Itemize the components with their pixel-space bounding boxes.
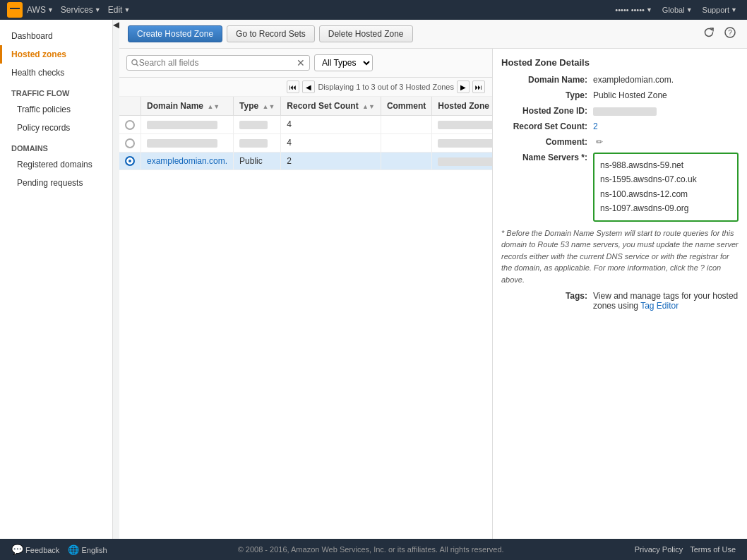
refresh-button[interactable] xyxy=(700,25,717,42)
language-selector[interactable]: 🌐 English xyxy=(68,544,107,555)
name-server-entry: ns-988.awsdns-59.net xyxy=(600,158,731,172)
table-panel: ✕ All Types Public Private ⏮ ◀ Displayin… xyxy=(119,49,493,539)
detail-hosted-zone-id-label: Hosted Zone ID: xyxy=(501,106,593,116)
svg-rect-0 xyxy=(10,8,20,9)
table-row[interactable]: exampledomian.com.Public2 xyxy=(119,152,493,170)
row-type: Public xyxy=(234,152,281,170)
pagination-last-button[interactable]: ⏭ xyxy=(472,81,485,93)
help-button[interactable]: ? xyxy=(722,25,739,42)
privacy-policy-link[interactable]: Privacy Policy xyxy=(635,545,683,554)
edit-label: Edit xyxy=(108,5,123,15)
table-header-hosted-zone-id[interactable]: Hosted Zone ID ▲▼ xyxy=(432,97,493,116)
type-filter-select[interactable]: All Types Public Private xyxy=(314,54,373,71)
services-arrow: ▼ xyxy=(95,6,101,13)
sidebar-item-traffic-policies[interactable]: Traffic policies xyxy=(0,100,112,119)
pagination-next-button[interactable]: ▶ xyxy=(457,81,470,93)
search-bar: ✕ All Types Public Private xyxy=(119,49,492,78)
detail-tags-label: Tags: xyxy=(501,291,593,311)
row-record-set-count: 4 xyxy=(281,116,381,134)
row-radio-button[interactable] xyxy=(125,120,135,130)
table-header-record-set-count[interactable]: Record Set Count ▲▼ xyxy=(281,97,381,116)
content-area: ✕ All Types Public Private ⏮ ◀ Displayin… xyxy=(119,49,747,539)
domain-name-blurred xyxy=(147,139,217,148)
sidebar-item-hosted-zones[interactable]: Hosted zones xyxy=(0,45,112,64)
account-menu[interactable]: ••••• ••••• ▼ xyxy=(615,6,652,14)
aws-menu[interactable]: AWS ▼ xyxy=(27,5,54,15)
table-header-type[interactable]: Type ▲▼ xyxy=(234,97,281,116)
svg-text:?: ? xyxy=(728,29,732,37)
health-checks-label: Health checks xyxy=(11,68,64,78)
create-hosted-zone-button[interactable]: Create Hosted Zone xyxy=(128,25,222,42)
edit-menu[interactable]: Edit ▼ xyxy=(108,5,131,15)
sidebar: Dashboard Hosted zones Health checks Tra… xyxy=(0,20,113,539)
footer-right: Privacy Policy Terms of Use xyxy=(635,545,736,554)
support-label: Support xyxy=(703,6,730,14)
domain-name-link[interactable]: exampledomian.com. xyxy=(147,156,227,166)
row-domain-name xyxy=(141,116,234,134)
detail-record-set-count-label: Record Set Count: xyxy=(501,121,593,131)
record-set-count-link[interactable]: 2 xyxy=(593,121,598,131)
table-row[interactable]: 4 xyxy=(119,133,493,152)
detail-hosted-zone-id-row: Hosted Zone ID: xyxy=(501,106,739,116)
footer-copyright: © 2008 - 2016, Amazon Web Services, Inc.… xyxy=(116,545,626,554)
delete-hosted-zone-button[interactable]: Delete Hosted Zone xyxy=(319,25,413,42)
feedback-link[interactable]: 💬 Feedback xyxy=(11,544,59,555)
search-clear-button[interactable]: ✕ xyxy=(297,57,305,68)
name-server-entry: ns-1097.awsdns-09.org xyxy=(600,201,731,215)
global-menu[interactable]: Global ▼ xyxy=(662,6,693,14)
sidebar-item-policy-records[interactable]: Policy records xyxy=(0,119,112,137)
row-domain-name: exampledomian.com. xyxy=(141,152,234,170)
row-hosted-zone-id xyxy=(432,116,493,134)
row-radio-button[interactable] xyxy=(125,156,135,166)
detail-comment-value: ✏ xyxy=(593,137,739,147)
sidebar-item-pending-requests[interactable]: Pending requests xyxy=(0,174,112,192)
search-icon xyxy=(131,59,139,67)
dashboard-label: Dashboard xyxy=(11,31,53,41)
table-header-domain-name[interactable]: Domain Name ▲▼ xyxy=(141,97,234,116)
hosted-zone-id-blurred xyxy=(438,139,493,148)
tag-editor-link[interactable]: Tag Editor xyxy=(640,301,679,311)
search-input[interactable] xyxy=(139,58,294,68)
row-radio-button[interactable] xyxy=(125,138,135,148)
aws-label: AWS xyxy=(27,5,46,15)
detail-domain-name-row: Domain Name: exampledomian.com. xyxy=(501,75,739,85)
table-header-select xyxy=(119,97,141,116)
name-server-entry: ns-1595.awsdns-07.co.uk xyxy=(600,172,731,186)
pagination-text: Displaying 1 to 3 out of 3 Hosted Zones xyxy=(318,83,454,91)
detail-name-servers-row: Name Servers *: ns-988.awsdns-59.netns-1… xyxy=(501,153,739,222)
table-row[interactable]: 4 xyxy=(119,116,493,134)
sidebar-collapse-button[interactable]: ◀ xyxy=(113,20,119,539)
hosted-zones-label: Hosted zones xyxy=(11,49,66,59)
sidebar-item-dashboard[interactable]: Dashboard xyxy=(0,27,112,45)
hosted-zone-id-blurred xyxy=(593,107,657,116)
detail-record-set-count-value: 2 xyxy=(593,121,739,131)
detail-tags-value: View and manage tags for your hosted zon… xyxy=(593,291,739,311)
detail-record-set-count-row: Record Set Count: 2 xyxy=(501,121,739,131)
sidebar-item-registered-domains[interactable]: Registered domains xyxy=(0,155,112,174)
pagination-first-button[interactable]: ⏮ xyxy=(287,81,299,93)
pagination-prev-button[interactable]: ◀ xyxy=(302,81,315,93)
type-blurred xyxy=(239,121,268,129)
traffic-policies-label: Traffic policies xyxy=(17,105,71,114)
go-to-record-sets-button[interactable]: Go to Record Sets xyxy=(227,25,315,42)
services-menu[interactable]: Services ▼ xyxy=(61,5,101,15)
detail-domain-name-label: Domain Name: xyxy=(501,75,593,85)
globe-icon: 🌐 xyxy=(68,544,79,555)
terms-of-use-link[interactable]: Terms of Use xyxy=(690,545,736,554)
pagination-bar: ⏮ ◀ Displaying 1 to 3 out of 3 Hosted Zo… xyxy=(119,78,492,97)
edit-arrow: ▼ xyxy=(124,6,130,13)
top-navigation: AWS ▼ Services ▼ Edit ▼ ••••• ••••• ▼ Gl… xyxy=(0,0,747,20)
detail-comment-row: Comment: ✏ xyxy=(501,137,739,147)
sidebar-item-health-checks[interactable]: Health checks xyxy=(0,64,112,82)
svg-point-4 xyxy=(132,60,137,65)
detail-note: * Before the Domain Name System will sta… xyxy=(501,227,739,286)
detail-name-servers-label: Name Servers *: xyxy=(501,153,593,222)
detail-type-row: Type: Public Hosted Zone xyxy=(501,90,739,100)
row-radio-cell xyxy=(119,116,141,134)
domains-section: Domains xyxy=(0,137,112,155)
row-comment xyxy=(381,116,431,134)
aws-logo xyxy=(7,2,23,18)
search-input-wrap[interactable]: ✕ xyxy=(126,55,310,71)
support-menu[interactable]: Support ▼ xyxy=(703,6,737,14)
edit-comment-icon[interactable]: ✏ xyxy=(596,137,603,147)
